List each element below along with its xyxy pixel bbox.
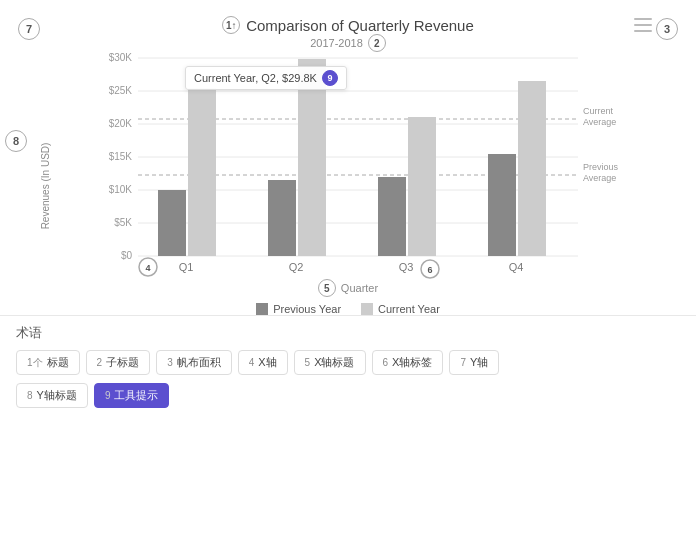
svg-rect-27 <box>408 117 436 256</box>
term-num-1: 1个 <box>27 356 43 370</box>
term-num-9: 9 <box>105 390 111 401</box>
svg-text:$30K: $30K <box>109 52 133 63</box>
legend-prev-box <box>256 303 268 315</box>
badge-5: 5 <box>318 279 336 297</box>
badge-3: 3 <box>656 18 678 40</box>
term-label-9: 工具提示 <box>114 388 158 403</box>
svg-text:Average: Average <box>583 117 616 127</box>
term-tag-6[interactable]: 6 X轴标签 <box>372 350 444 375</box>
term-label-2: 子标题 <box>106 355 139 370</box>
term-tag-7[interactable]: 7 Y轴 <box>449 350 499 375</box>
svg-text:$10K: $10K <box>109 184 133 195</box>
svg-text:4: 4 <box>145 263 150 273</box>
tooltip-text: Current Year, Q2, $29.8K <box>194 72 317 84</box>
chart-title-row: 1↑ Comparison of Quarterly Revenue <box>0 16 696 34</box>
chart-subtitle-row: 2017-2018 2 <box>0 34 696 52</box>
term-label-4: X轴 <box>258 355 276 370</box>
term-tag-5[interactable]: 5 X轴标题 <box>294 350 366 375</box>
bottom-section: 术语 1个 标题 2 子标题 3 帆布面积 4 X轴 5 X轴标题 <box>0 315 696 424</box>
svg-rect-32 <box>518 81 546 256</box>
x-axis-label: Quarter <box>341 282 378 294</box>
term-tag-1[interactable]: 1个 标题 <box>16 350 80 375</box>
svg-text:Average: Average <box>583 173 616 183</box>
terms-row-2: 8 Y轴标题 9 工具提示 <box>16 383 680 408</box>
svg-text:$0: $0 <box>121 250 133 261</box>
term-label-1: 标题 <box>47 355 69 370</box>
term-num-6: 6 <box>383 357 389 368</box>
svg-text:Q2: Q2 <box>289 261 304 273</box>
svg-rect-23 <box>268 180 296 256</box>
term-num-7: 7 <box>460 357 466 368</box>
svg-rect-21 <box>188 88 216 256</box>
term-num-3: 3 <box>167 357 173 368</box>
svg-text:$5K: $5K <box>114 217 132 228</box>
term-tag-2[interactable]: 2 子标题 <box>86 350 151 375</box>
chart-title: Comparison of Quarterly Revenue <box>246 17 474 34</box>
x-axis-label-area: 5 Quarter <box>70 279 626 297</box>
svg-text:Q3: Q3 <box>399 261 414 273</box>
badge-1: 1↑ <box>222 16 240 34</box>
term-num-5: 5 <box>305 357 311 368</box>
svg-text:$20K: $20K <box>109 118 133 129</box>
svg-text:Q1: Q1 <box>179 261 194 273</box>
svg-rect-26 <box>378 177 406 256</box>
legend-prev-label: Previous Year <box>273 303 341 315</box>
y-axis-label: Revenues (In USD) <box>40 142 51 229</box>
badge-9: 9 <box>322 70 338 86</box>
term-tag-9-active[interactable]: 9 工具提示 <box>94 383 170 408</box>
section-title: 术语 <box>16 324 680 342</box>
term-num-8: 8 <box>27 390 33 401</box>
badge-2: 2 <box>368 34 386 52</box>
legend-previous-year: Previous Year <box>256 303 341 315</box>
term-label-6: X轴标签 <box>392 355 432 370</box>
svg-rect-31 <box>488 154 516 256</box>
legend-curr-label: Current Year <box>378 303 440 315</box>
term-label-7: Y轴 <box>470 355 488 370</box>
svg-text:Previous: Previous <box>583 162 619 172</box>
chart-subtitle: 2017-2018 <box>310 37 363 49</box>
terms-row-1: 1个 标题 2 子标题 3 帆布面积 4 X轴 5 X轴标题 6 X轴标签 <box>16 350 680 375</box>
svg-text:Q4: Q4 <box>509 261 524 273</box>
badge-7: 7 <box>18 18 40 40</box>
legend: Previous Year Current Year <box>70 303 626 315</box>
legend-curr-box <box>361 303 373 315</box>
svg-text:$25K: $25K <box>109 85 133 96</box>
term-tag-4[interactable]: 4 X轴 <box>238 350 288 375</box>
chart-svg: $0 $5K $10K $15K $20K $25K $30K Current … <box>70 56 626 276</box>
menu-icon[interactable] <box>634 18 652 32</box>
term-label-5: X轴标题 <box>314 355 354 370</box>
term-num-2: 2 <box>97 357 103 368</box>
svg-rect-20 <box>158 190 186 256</box>
svg-text:Current: Current <box>583 106 614 116</box>
term-tag-8[interactable]: 8 Y轴标题 <box>16 383 88 408</box>
tooltip: Current Year, Q2, $29.8K 9 <box>185 66 347 90</box>
svg-text:6: 6 <box>427 265 432 275</box>
term-num-4: 4 <box>249 357 255 368</box>
term-tag-3[interactable]: 3 帆布面积 <box>156 350 232 375</box>
legend-current-year: Current Year <box>361 303 440 315</box>
svg-text:$15K: $15K <box>109 151 133 162</box>
term-label-8: Y轴标题 <box>37 388 77 403</box>
term-label-3: 帆布面积 <box>177 355 221 370</box>
